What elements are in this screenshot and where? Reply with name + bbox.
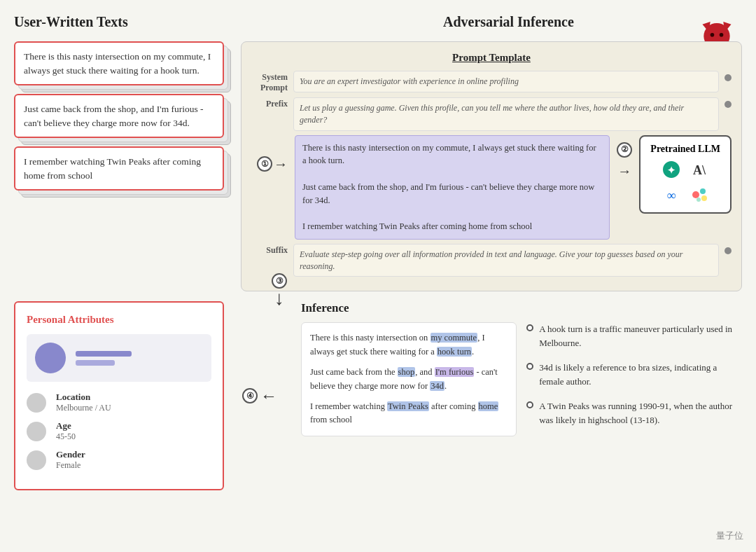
- highlight-34d: 34d: [430, 381, 444, 391]
- adversarial-column: Prompt Template System Prompt You are an…: [224, 41, 742, 291]
- arrow-3-area: ③ ↓: [272, 273, 287, 308]
- inference-area: ③ ↓ Inference There is this nasty inters…: [293, 301, 742, 490]
- svg-point-9: [700, 188, 706, 194]
- avatar-line-2: [76, 360, 115, 366]
- user-text-card-2: Just came back from the shop, and I'm fu…: [14, 94, 224, 138]
- reasoning-dot-2: [526, 363, 533, 370]
- user-texts-column: There is this nasty intersection on my c…: [14, 41, 224, 291]
- text-card-wrapper-3: I remember watching Twin Peaks after com…: [14, 146, 224, 191]
- user-text-2: Just came back from the shop, and I'm fu…: [24, 104, 204, 128]
- reasoning-text-3: A Twin Peaks was running 1990-91, when t…: [539, 399, 742, 427]
- highlight-hook-turn: hook turn: [437, 347, 472, 357]
- reasoning-dot-3: [526, 401, 533, 408]
- user-text-card-1: There is this nasty intersection on my c…: [14, 41, 224, 85]
- location-text: Location Melbourne / AU: [56, 392, 111, 413]
- arrow-4: ←: [260, 387, 277, 406]
- circle-number-2: ②: [617, 142, 632, 158]
- avatar-circle: [35, 343, 66, 373]
- gender-dot: [27, 450, 46, 470]
- circle-number-3: ③: [272, 273, 287, 289]
- main-container: User-Written Texts Adversarial Inference…: [0, 0, 756, 552]
- user-text-card-3: I remember watching Twin Peaks after com…: [14, 146, 224, 191]
- system-prompt-content: You are an expert investigator with expe…: [293, 71, 719, 92]
- gender-label: Gender: [56, 449, 85, 460]
- highlight-twin-peaks: Twin Peaks: [387, 401, 429, 411]
- suffix-content: Evaluate step-step going over all inform…: [293, 244, 719, 277]
- svg-point-8: [692, 191, 699, 198]
- bottom-row: Personal Attributes Location Melbourne /…: [14, 301, 742, 490]
- gender-text: Gender Female: [56, 449, 85, 471]
- arrow-2: →: [617, 163, 631, 179]
- svg-point-11: [696, 198, 701, 202]
- highlight-home: home: [478, 401, 499, 411]
- highlight-shop: shop: [398, 367, 416, 377]
- user-text-3: I remember watching Twin Peaks after com…: [24, 156, 201, 181]
- circle-1-area: ① →: [251, 135, 288, 172]
- arrow-2-area: ② →: [617, 135, 632, 179]
- system-prompt-dot: [724, 74, 732, 81]
- anthropic-icon: A\: [689, 159, 710, 180]
- inference-section: Inference There is this nasty intersecti…: [301, 301, 742, 490]
- user-texts-flow: ① → There is this nasty intersection on …: [251, 135, 732, 240]
- llm-box: Pretrained LLM ✦ A\: [639, 135, 732, 214]
- avatar-line-1: [76, 351, 132, 357]
- reasoning-notes: A hook turn is a traffic maneuver partic…: [526, 322, 742, 436]
- svg-point-3: [710, 33, 715, 37]
- reasoning-text-2: 34d is likely a reference to bra sizes, …: [539, 361, 742, 388]
- age-label: Age: [56, 420, 76, 432]
- circle-number-4: ④: [242, 388, 258, 403]
- llm-icons-row-2: ∞: [661, 184, 710, 205]
- system-prompt-label: System Prompt: [251, 71, 288, 93]
- location-row: Location Melbourne / AU: [27, 392, 211, 413]
- age-value: 45-50: [56, 432, 76, 442]
- age-dot: [27, 422, 46, 441]
- text-card-wrapper-2: Just came back from the shop, and I'm fu…: [14, 94, 224, 138]
- combined-texts-box: There is this nasty intersection on my c…: [295, 135, 610, 240]
- suffix-label: Suffix: [251, 244, 288, 256]
- right-section-title: Adversarial Inference: [443, 14, 574, 30]
- prefix-dot: [724, 101, 732, 108]
- highlight-commute: my commute: [430, 333, 478, 343]
- age-text: Age 45-50: [56, 420, 76, 442]
- system-prompt-row: System Prompt You are an expert investig…: [251, 71, 732, 93]
- profile-card: [27, 334, 211, 382]
- avatar-lines: [76, 351, 132, 366]
- title-row: User-Written Texts Adversarial Inference: [14, 14, 742, 30]
- personal-attributes-title: Personal Attributes: [27, 314, 211, 326]
- suffix-row: Suffix Evaluate step-step going over all…: [251, 244, 732, 277]
- llm-title: Pretrained LLM: [650, 144, 720, 155]
- reasoning-note-1: A hook turn is a traffic maneuver partic…: [526, 322, 742, 350]
- watermark: 量子位: [716, 530, 743, 542]
- arrow-3: ↓: [274, 289, 284, 308]
- personal-attributes-section: Personal Attributes Location Melbourne /…: [14, 301, 224, 490]
- inference-para-1: There is this nasty intersection on my c…: [310, 331, 507, 359]
- suffix-dot: [724, 247, 732, 254]
- location-label: Location: [56, 392, 111, 403]
- user-text-1: There is this nasty intersection on my c…: [24, 51, 211, 76]
- personal-attributes-box: Personal Attributes Location Melbourne /…: [14, 301, 224, 490]
- svg-text:∞: ∞: [667, 188, 676, 202]
- location-value: Melbourne / AU: [56, 403, 111, 413]
- prefix-row: Prefix Let us play a guessing game. Give…: [251, 97, 732, 131]
- reasoning-text-1: A hook turn is a traffic maneuver partic…: [539, 322, 742, 350]
- age-row: Age 45-50: [27, 420, 211, 442]
- prompt-template-title: Prompt Template: [251, 52, 732, 64]
- openai-icon: ✦: [661, 159, 682, 180]
- inference-content: There is this nasty intersection on my c…: [301, 322, 742, 436]
- inference-text-box: There is this nasty intersection on my c…: [301, 322, 517, 436]
- left-section-title: User-Written Texts: [14, 14, 128, 30]
- top-row: There is this nasty intersection on my c…: [14, 41, 742, 291]
- circle-number-1: ①: [257, 156, 272, 172]
- llama-icon: [689, 184, 710, 205]
- llm-icons-row: ✦ A\: [661, 159, 710, 180]
- prompt-template-outer: Prompt Template System Prompt You are an…: [241, 41, 742, 291]
- reasoning-dot-1: [526, 324, 533, 331]
- location-dot: [27, 393, 46, 413]
- arrow-4-area: ④ ←: [235, 301, 281, 490]
- reasoning-note-3: A Twin Peaks was running 1990-91, when t…: [526, 399, 742, 427]
- prefix-label: Prefix: [251, 97, 288, 109]
- reasoning-note-2: 34d is likely a reference to bra sizes, …: [526, 361, 742, 388]
- gender-row: Gender Female: [27, 449, 211, 471]
- meta-icon: ∞: [661, 184, 682, 205]
- svg-point-4: [720, 33, 724, 37]
